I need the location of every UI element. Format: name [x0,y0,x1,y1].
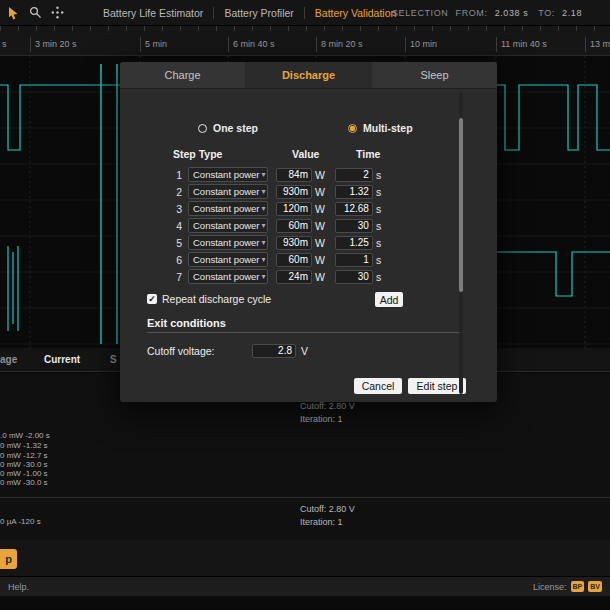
time-input[interactable]: 12.68 [335,202,373,216]
selection-from-label: FROM: [456,8,488,18]
radio-icon [348,124,357,133]
tab-sleep[interactable]: Sleep [371,62,497,88]
step-summary-item: 0 mW -12.7 s [0,451,48,460]
value-unit: W [315,271,325,283]
timeline-ruler[interactable]: s 3 min 20 s 5 min 6 min 40 s 8 min 20 s… [0,26,610,56]
step-type-value: Constant power [193,271,260,282]
selection-to-label: TO: [538,8,555,18]
value-unit: W [315,220,325,232]
tab-charge[interactable]: Charge [120,62,245,88]
value-unit: W [315,186,325,198]
time-input[interactable]: 30 [335,219,373,233]
timeline-minor-ticks [0,26,610,31]
step-summary-item: 0 mW -1.00 s [0,469,48,478]
summary-divider [0,497,610,498]
cycle-iteration: Iteration: 1 [300,516,355,529]
col-header-value: Value [292,148,319,160]
scrollbar-thumb[interactable] [459,118,463,292]
chevron-down-icon: ▾ [262,255,266,264]
time-unit: s [376,186,381,198]
time-input[interactable]: 1 [335,253,373,267]
step-number: 4 [160,220,182,232]
step-type-select[interactable]: Constant power▾ [188,235,268,250]
selection-to-value: 2.18 [562,8,582,18]
value-input[interactable]: 60m [276,219,312,233]
cycle-info: Cutoff: 2.80 V Iteration: 1 [300,503,355,529]
search-icon[interactable] [29,6,42,19]
step-summary-item: 0 µA -120 s [0,517,41,526]
tab-discharge[interactable]: Discharge [245,62,371,88]
time-unit: s [376,237,381,249]
edit-step-button[interactable]: Edit step [408,378,466,394]
timeline-label: 6 min 40 s [228,37,275,52]
corner-badge[interactable]: p [0,549,17,569]
step-number: 6 [160,254,182,266]
step-type-select[interactable]: Constant power▾ [188,252,268,267]
series-tab-s[interactable]: S [110,354,117,365]
step-row: 4 Constant power▾ 60m W 30 s [160,217,381,234]
step-number: 2 [160,186,182,198]
one-step-label: One step [213,122,258,134]
timeline-label: 11 min 40 s [496,37,547,52]
cancel-button[interactable]: Cancel [354,378,402,394]
step-type-select[interactable]: Constant power▾ [188,184,268,199]
cutoff-voltage-unit: V [301,345,308,357]
step-number: 3 [160,203,182,215]
value-unit: W [315,254,325,266]
help-text: Help. [8,582,29,592]
selection-label: SELECTION [392,8,448,18]
timeline-label: 8 min 20 s [316,37,363,52]
repeat-cycle-checkbox[interactable]: ✓ [147,294,157,304]
step-summary-item: 0 mW -30.0 s [0,460,48,469]
cycle-cutoff: Cutoff: 2.80 V [300,503,355,516]
step-summary-item: 0 mW -30.0 s [0,478,48,487]
tab-battery-profiler[interactable]: Battery Profiler [213,7,303,19]
time-unit: s [376,254,381,266]
value-input[interactable]: 930m [276,236,312,250]
cutoff-voltage-label: Cutoff voltage: [147,345,215,357]
chevron-down-icon: ▾ [262,170,266,179]
one-step-radio[interactable]: One step [198,122,258,134]
exit-conditions-title: Exit conditions [147,317,226,329]
tab-battery-life-estimator[interactable]: Battery Life Estimator [93,7,213,19]
step-type-value: Constant power [193,220,260,231]
add-button[interactable]: Add [375,292,403,307]
selection-from-value: 2.038 s [495,8,529,18]
value-unit: W [315,203,325,215]
pan-icon[interactable] [51,6,64,19]
value-input[interactable]: 84m [276,168,312,182]
step-number: 5 [160,237,182,249]
time-unit: s [376,220,381,232]
app-window: Battery Life Estimator Battery Profiler … [0,0,610,610]
value-input[interactable]: 60m [276,253,312,267]
multi-step-radio[interactable]: Multi-step [348,122,413,134]
step-row: 6 Constant power▾ 60m W 1 s [160,251,381,268]
step-row: 3 Constant power▾ 120m W 12.68 s [160,200,381,217]
time-input[interactable]: 1.32 [335,185,373,199]
step-type-select[interactable]: Constant power▾ [188,218,268,233]
cycle-iteration: Iteration: 1 [300,413,355,426]
cutoff-voltage-input[interactable]: 2.8 [252,344,296,358]
tab-battery-validation[interactable]: Battery Validation [304,7,407,19]
cursor-icon[interactable] [7,6,20,20]
value-input[interactable]: 120m [276,202,312,216]
time-input[interactable]: 30 [335,270,373,284]
chevron-down-icon: ▾ [262,238,266,247]
top-toolbar: Battery Life Estimator Battery Profiler … [0,0,610,26]
step-type-value: Constant power [193,169,260,180]
selection-readout: SELECTION FROM: 2.038 s TO: 2.18 [392,8,589,18]
status-bar: Help. License: BP BV [0,576,610,596]
step-type-select[interactable]: Constant power▾ [188,269,268,284]
step-type-select[interactable]: Constant power▾ [188,201,268,216]
timeline-label: s [2,37,7,52]
value-input[interactable]: 930m [276,185,312,199]
series-tab-voltage[interactable]: age [0,354,17,365]
time-input[interactable]: 1.25 [335,236,373,250]
dialog-tabs: Charge Discharge Sleep [120,62,497,89]
value-input[interactable]: 24m [276,270,312,284]
discharge-settings-dialog: Charge Discharge Sleep One step Multi-st… [120,62,497,402]
license-badge: BV [588,581,602,592]
time-input[interactable]: 2 [335,168,373,182]
series-tab-current[interactable]: Current [44,354,80,365]
step-type-select[interactable]: Constant power▾ [188,167,268,182]
